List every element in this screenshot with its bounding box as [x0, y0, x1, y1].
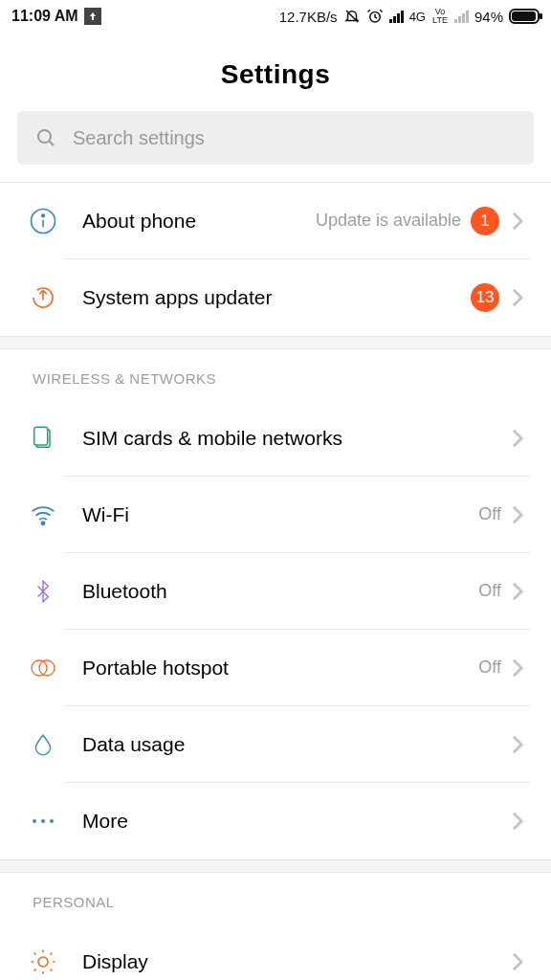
drop-icon — [21, 730, 65, 759]
search-container — [0, 111, 551, 182]
section-divider — [0, 336, 551, 349]
search-icon — [34, 126, 57, 149]
more-icon — [21, 817, 65, 825]
row-more[interactable]: More — [0, 783, 551, 859]
status-speed: 12.7KB/s — [279, 9, 338, 25]
status-bar: 11:09 AM 12.7KB/s 4G Vo LTE 94% — [0, 0, 551, 33]
svg-point-11 — [50, 819, 54, 823]
info-icon — [21, 207, 65, 235]
wifi-icon — [21, 501, 65, 529]
upload-icon — [84, 8, 101, 25]
row-display[interactable]: Display — [0, 924, 551, 980]
chevron-right-icon — [511, 951, 524, 972]
sim-icon — [21, 425, 65, 452]
chevron-right-icon — [511, 428, 524, 449]
row-bluetooth[interactable]: Bluetooth Off — [0, 553, 551, 630]
row-value: Off — [478, 504, 501, 524]
chevron-right-icon — [511, 811, 524, 832]
row-system-apps-updater[interactable]: System apps updater 13 — [0, 259, 551, 336]
alarm-icon — [366, 8, 384, 25]
row-label: Data usage — [82, 733, 511, 756]
network-type: 4G — [409, 10, 426, 24]
status-time: 11:09 AM — [11, 8, 78, 25]
row-wifi[interactable]: Wi-Fi Off — [0, 477, 551, 553]
page-title: Settings — [0, 33, 551, 111]
chevron-right-icon — [511, 504, 524, 525]
chevron-right-icon — [511, 211, 524, 232]
search-box[interactable] — [17, 111, 534, 165]
row-note: Update is available — [316, 211, 461, 231]
chevron-right-icon — [511, 657, 524, 679]
sun-icon — [21, 947, 65, 976]
row-data-usage[interactable]: Data usage — [0, 706, 551, 783]
row-value: Off — [478, 581, 501, 601]
row-label: Wi-Fi — [82, 503, 478, 526]
svg-point-10 — [41, 819, 45, 823]
row-label: Bluetooth — [82, 580, 478, 603]
update-icon — [21, 283, 65, 312]
chevron-right-icon — [511, 287, 524, 308]
badge: 13 — [471, 283, 499, 312]
battery-icon — [509, 9, 540, 24]
row-label: Display — [82, 950, 511, 973]
chevron-right-icon — [511, 734, 524, 755]
row-label: Portable hotspot — [82, 657, 478, 679]
row-about-phone[interactable]: About phone Update is available 1 — [0, 183, 551, 259]
row-label: More — [82, 810, 511, 833]
dnd-icon — [343, 8, 361, 25]
signal-bars-2-icon — [454, 10, 469, 23]
svg-point-12 — [38, 957, 48, 967]
row-sim-cards[interactable]: SIM cards & mobile networks — [0, 400, 551, 477]
svg-point-3 — [42, 214, 45, 217]
bluetooth-icon — [21, 577, 65, 606]
row-label: About phone — [82, 210, 316, 233]
chevron-right-icon — [511, 581, 524, 602]
svg-rect-5 — [34, 427, 48, 445]
battery-percent: 94% — [474, 9, 503, 25]
row-portable-hotspot[interactable]: Portable hotspot Off — [0, 630, 551, 706]
section-header-wireless: WIRELESS & NETWORKS — [0, 349, 551, 400]
section-divider — [0, 859, 551, 873]
svg-point-1 — [38, 130, 51, 143]
search-input[interactable] — [73, 127, 517, 149]
row-label: SIM cards & mobile networks — [82, 427, 511, 450]
volte-icon: Vo LTE — [431, 8, 449, 25]
hotspot-icon — [21, 657, 65, 679]
svg-point-9 — [33, 819, 36, 823]
badge: 1 — [471, 207, 499, 235]
row-value: Off — [478, 657, 501, 678]
row-label: System apps updater — [82, 286, 471, 309]
section-header-personal: PERSONAL — [0, 873, 551, 924]
signal-bars-icon — [389, 10, 404, 23]
svg-point-6 — [42, 522, 45, 524]
